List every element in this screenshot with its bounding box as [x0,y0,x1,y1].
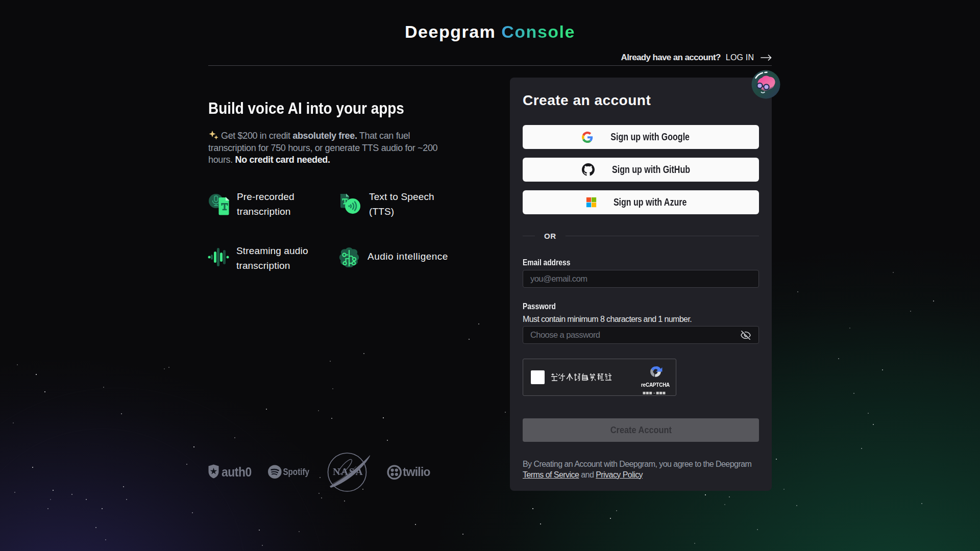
svg-text:NASA: NASA [333,466,363,477]
svg-text:auth0: auth0 [222,465,252,480]
svg-text:twilio: twilio [403,465,430,479]
svg-text:Spotify: Spotify [283,467,310,478]
